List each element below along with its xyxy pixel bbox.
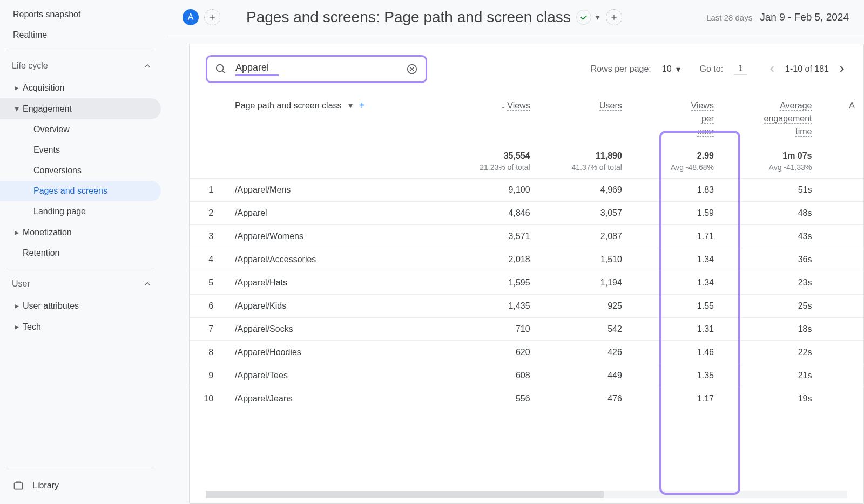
row-path[interactable]: /Apparel/Socks: [226, 318, 447, 341]
table-toolbar: Rows per page: 10 ▾ Go to: 1 1-10 of 181: [190, 44, 863, 93]
row-aet: 19s: [723, 387, 821, 411]
sidebar-section-user[interactable]: User: [0, 273, 167, 295]
dropdown-caret-icon[interactable]: ▾: [596, 13, 599, 22]
sidebar-item-user-attributes[interactable]: ▸ User attributes: [0, 295, 161, 316]
column-header-avg-engagement-time[interactable]: Average engagement time: [723, 93, 821, 145]
caret-down-icon: ▾: [12, 104, 22, 114]
sidebar-section-label: Life cycle: [12, 61, 48, 71]
dimension-header[interactable]: Page path and screen class ▾ +: [235, 99, 438, 112]
row-path[interactable]: /Apparel/Womens: [226, 225, 447, 248]
row-users: 542: [539, 318, 631, 341]
column-header-views-per-user[interactable]: Views per user: [631, 93, 723, 145]
row-users: 1,194: [539, 271, 631, 295]
row-path[interactable]: /Apparel/Accessories: [226, 248, 447, 271]
table-scroll[interactable]: Page path and screen class ▾ + ↓Views Us…: [190, 93, 863, 487]
row-index: 1: [190, 179, 226, 202]
add-dimension-button[interactable]: +: [359, 99, 366, 112]
row-vpu: 1.35: [631, 364, 723, 387]
totals-row: 35,55421.23% of total 11,89041.37% of to…: [190, 145, 863, 179]
row-index: 3: [190, 225, 226, 248]
total-views: 35,55421.23% of total: [447, 145, 538, 179]
sidebar-item-pages-and-screens[interactable]: Pages and screens: [0, 181, 161, 201]
horizontal-scrollbar[interactable]: [206, 491, 847, 498]
caret-blank-icon: [12, 248, 22, 258]
row-path[interactable]: /Apparel/Mens: [226, 179, 447, 202]
check-circle-icon[interactable]: [576, 10, 591, 25]
table-row[interactable]: 1/Apparel/Mens9,1004,9691.8351s: [190, 179, 863, 202]
row-index: 2: [190, 202, 226, 225]
table-row[interactable]: 7/Apparel/Socks7105421.3118s: [190, 318, 863, 341]
sidebar-item-conversions[interactable]: Conversions: [0, 160, 161, 181]
row-vpu: 1.34: [631, 248, 723, 271]
row-path[interactable]: /Apparel/Hoodies: [226, 341, 447, 364]
sidebar-item-acquisition[interactable]: ▸ Acquisition: [0, 77, 161, 98]
row-path[interactable]: /Apparel: [226, 202, 447, 225]
caret-right-icon: ▸: [12, 301, 22, 311]
column-label: Page path and screen class: [235, 101, 341, 111]
sidebar-item-label: Retention: [23, 248, 60, 258]
sidebar-item-label: Library: [32, 481, 59, 491]
row-views: 3,571: [447, 225, 538, 248]
sidebar-item-engagement[interactable]: ▾ Engagement: [0, 98, 161, 119]
sidebar-item-label: Acquisition: [23, 83, 64, 93]
table-row[interactable]: 2/Apparel4,8463,0571.5948s: [190, 202, 863, 225]
row-users: 426: [539, 341, 631, 364]
table-row[interactable]: 3/Apparel/Womens3,5712,0871.7143s: [190, 225, 863, 248]
data-table: Page path and screen class ▾ + ↓Views Us…: [190, 93, 863, 410]
row-users: 2,087: [539, 225, 631, 248]
sidebar-item-overview[interactable]: Overview: [0, 119, 161, 140]
total-aet: 1m 07sAvg -41.33%: [723, 145, 821, 179]
row-path[interactable]: /Apparel/Hats: [226, 271, 447, 295]
table-row[interactable]: 5/Apparel/Hats1,5951,1941.3423s: [190, 271, 863, 295]
next-page-button[interactable]: [836, 64, 847, 74]
add-comparison-button[interactable]: [204, 9, 220, 25]
rows-per-page-select[interactable]: 10 ▾: [662, 64, 680, 74]
row-path[interactable]: /Apparel/Kids: [226, 295, 447, 318]
table-row[interactable]: 6/Apparel/Kids1,4359251.5525s: [190, 295, 863, 318]
sidebar-item-tech[interactable]: ▸ Tech: [0, 316, 161, 337]
row-aet: 36s: [723, 248, 821, 271]
row-views: 556: [447, 387, 538, 411]
table-row[interactable]: 10/Apparel/Jeans5564761.1719s: [190, 387, 863, 411]
prev-page-button[interactable]: [767, 64, 778, 74]
column-header-views[interactable]: ↓Views: [447, 93, 538, 145]
search-input[interactable]: [235, 62, 279, 76]
date-range-label: Last 28 days: [706, 13, 752, 22]
sidebar-item-reports-snapshot[interactable]: Reports snapshot: [13, 4, 154, 25]
column-header-users[interactable]: Users: [539, 93, 631, 145]
column-header-truncated[interactable]: A: [821, 93, 863, 145]
search-filter-wrapper: [206, 55, 427, 83]
avatar[interactable]: A: [183, 9, 199, 25]
row-index: 6: [190, 295, 226, 318]
clear-search-icon[interactable]: [406, 63, 418, 75]
sidebar-item-retention[interactable]: Retention: [0, 243, 161, 263]
sidebar-item-label: Monetization: [23, 228, 72, 237]
row-views: 9,100: [447, 179, 538, 202]
row-path[interactable]: /Apparel/Jeans: [226, 387, 447, 411]
caret-right-icon: ▸: [12, 227, 22, 237]
row-views: 2,018: [447, 248, 538, 271]
sidebar-section-life-cycle[interactable]: Life cycle: [0, 55, 167, 77]
rows-per-page-value: 10: [662, 64, 672, 74]
table-row[interactable]: 9/Apparel/Tees6084491.3521s: [190, 364, 863, 387]
row-path[interactable]: /Apparel/Tees: [226, 364, 447, 387]
dropdown-caret-icon[interactable]: ▾: [348, 100, 353, 111]
report-card: Rows per page: 10 ▾ Go to: 1 1-10 of 181: [189, 44, 864, 504]
customize-button[interactable]: [606, 9, 622, 25]
scrollbar-thumb[interactable]: [206, 491, 604, 498]
divider: [6, 467, 154, 467]
sidebar-item-monetization[interactable]: ▸ Monetization: [0, 222, 161, 243]
goto-input[interactable]: 1: [734, 64, 747, 75]
row-index: 10: [190, 387, 226, 411]
row-index: 8: [190, 341, 226, 364]
sidebar-item-landing-page[interactable]: Landing page: [0, 201, 161, 222]
sidebar-item-library[interactable]: Library: [0, 472, 167, 500]
table-row[interactable]: 8/Apparel/Hoodies6204261.4622s: [190, 341, 863, 364]
sidebar-item-realtime[interactable]: Realtime: [13, 25, 154, 45]
row-vpu: 1.46: [631, 341, 723, 364]
sidebar-item-events[interactable]: Events: [0, 140, 161, 160]
row-aet: 21s: [723, 364, 821, 387]
table-row[interactable]: 4/Apparel/Accessories2,0181,5101.3436s: [190, 248, 863, 271]
date-range-picker[interactable]: Jan 9 - Feb 5, 2024: [760, 11, 849, 23]
row-vpu: 1.83: [631, 179, 723, 202]
